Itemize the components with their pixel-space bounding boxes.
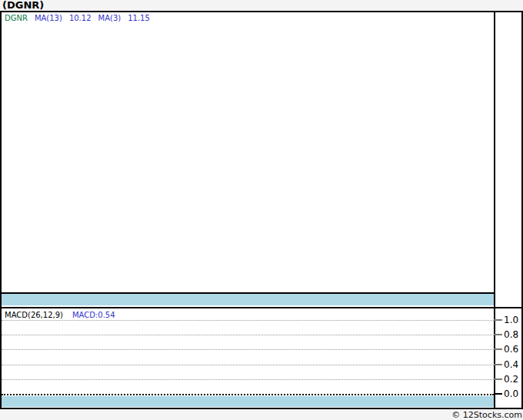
axis-tick-label: 0.0: [504, 388, 522, 399]
macd-pane-top-border: [0, 307, 523, 308]
axis-tick-label: 1.0: [504, 315, 522, 325]
axis-tick-label: 0.8: [504, 329, 522, 340]
highlight-band-lower: [2, 396, 494, 407]
macd-gridline: [2, 379, 494, 380]
macd-gridline: [2, 335, 494, 335]
ma13-label: MA(13): [35, 14, 62, 22]
axis-tick: [494, 334, 502, 335]
axis-tick: [494, 364, 502, 365]
chart-title: (DGNR): [2, 0, 44, 11]
axis-tick: [494, 319, 502, 321]
macd-gridline: [2, 365, 494, 365]
highlight-band-upper: [2, 294, 494, 305]
macd-params-label: MACD(26,12,9): [5, 311, 63, 319]
axis-tick: [494, 393, 502, 395]
macd-zero-baseline: [2, 394, 494, 395]
axis-tick-label: 0.2: [504, 374, 522, 385]
axis-tick: [494, 378, 502, 380]
macd-gridline: [2, 349, 494, 350]
stock-chart-page: (DGNR) DGNRMA(13)10.12MA(3)11.15 MACD(26…: [0, 0, 523, 420]
axis-tick: [494, 348, 502, 350]
ma13-value: 10.12: [69, 14, 92, 22]
macd-value-label: MACD:0.54: [72, 311, 115, 319]
ma3-label: MA(3): [98, 14, 122, 22]
ticker-symbol-label: DGNR: [5, 14, 28, 22]
axis-tick-label: 0.4: [504, 359, 522, 370]
axis-tick-label: 0.6: [504, 344, 522, 355]
ma3-value: 11.15: [128, 14, 150, 22]
price-pane-legend: DGNRMA(13)10.12MA(3)11.15: [5, 14, 157, 22]
macd-pane-legend: MACD(26,12,9)MACD:0.54: [5, 311, 115, 319]
macd-gridline: [2, 320, 494, 321]
copyright-credit: © 12Stocks.com: [451, 410, 522, 420]
